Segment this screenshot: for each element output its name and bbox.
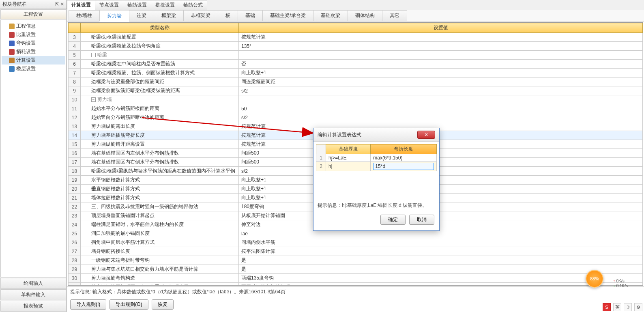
- row-name[interactable]: 剪力墙钢筋同间距隔一布一布置时，间距表示: [81, 283, 239, 286]
- row-name[interactable]: 暗梁/边框梁拉筋配置: [81, 33, 239, 42]
- action-btn-2[interactable]: 恢复: [152, 299, 174, 310]
- action-btn-0[interactable]: 导入规则(I): [70, 299, 106, 310]
- row-value[interactable]: 按规范计算: [239, 140, 643, 149]
- row-value[interactable]: 从板底开始计算锚固: [239, 211, 643, 220]
- dialog-title-bar[interactable]: 编辑计算设置表达式 ✕: [313, 128, 439, 142]
- dialog-close-button[interactable]: ✕: [417, 131, 435, 139]
- row-name[interactable]: 暗梁/边框梁/梁纵筋与墙水平钢筋的距离在数值范围内不计算水平钢: [81, 167, 239, 176]
- row-value[interactable]: s/2: [239, 113, 643, 122]
- row-name[interactable]: 顶层墙身垂直筋锚固计算起点: [81, 211, 239, 220]
- tray-item-3[interactable]: ⚙: [634, 303, 642, 311]
- tab-sub-10[interactable]: 其它: [382, 10, 407, 21]
- row-value[interactable]: s/2: [239, 86, 643, 95]
- row-value[interactable]: s/2: [239, 167, 643, 176]
- grid-row-30[interactable]: 30剪力墙拉筋弯钩构造两端135度弯钩: [69, 274, 643, 283]
- row-name[interactable]: 边框梁与连梁重叠部位的箍筋间距: [81, 77, 239, 86]
- mini-thickness-cell[interactable]: hj: [326, 162, 371, 171]
- row-name[interactable]: 拐角墙中间层水平筋计算方式: [81, 238, 239, 247]
- sidebar-bottom-2[interactable]: 报表预览: [0, 301, 66, 312]
- tree-item-0[interactable]: 工程信息: [2, 22, 65, 30]
- row-value[interactable]: 向上取整+1: [239, 176, 643, 185]
- dialog-cancel-button[interactable]: 取消: [409, 215, 434, 225]
- grid-row-29[interactable]: 29剪力墙与集水坑坑口相交处剪力墙水平筋是否计算是: [69, 265, 643, 274]
- row-name[interactable]: 剪力墙与集水坑坑口相交处剪力墙水平筋是否计算: [81, 265, 239, 274]
- row-name[interactable]: 墙体拉筋根数计算方式: [81, 194, 239, 202]
- tab-top-3[interactable]: 搭接设置: [151, 0, 179, 10]
- row-value[interactable]: 向上取整+1: [239, 194, 643, 202]
- row-value[interactable]: 间距500: [239, 158, 643, 167]
- row-value[interactable]: 同连梁箍筋间距: [239, 77, 643, 86]
- row-name[interactable]: 起始水平分布钢筋距楼面的距离: [81, 104, 239, 113]
- row-value[interactable]: 按规范计算: [239, 33, 643, 42]
- expand-icon[interactable]: −: [91, 97, 96, 102]
- tab-sub-5[interactable]: 板: [218, 10, 238, 21]
- row-name[interactable]: 暗梁/边框梁箍筋及拉筋弯钩角度: [81, 42, 239, 51]
- tree-item-1[interactable]: 比重设置: [2, 30, 65, 39]
- row-value[interactable]: [239, 95, 643, 104]
- row-name[interactable]: −剪力墙: [81, 95, 239, 104]
- tab-sub-9[interactable]: 砌体结构: [348, 10, 382, 21]
- row-name[interactable]: 墙在基础锚固区内右侧水平分布钢筋排数: [81, 158, 239, 167]
- mini-row-1[interactable]: 1hj>=LaEmax(6*d,150): [316, 154, 437, 162]
- tab-top-1[interactable]: 节点设置: [95, 0, 123, 10]
- row-name[interactable]: −暗梁: [81, 51, 239, 60]
- speed-badge[interactable]: 88%: [586, 270, 603, 288]
- grid-row-9[interactable]: 9边框梁侧面纵筋距暗梁/边框梁纵筋的距离s/2: [69, 86, 643, 95]
- expand-icon[interactable]: −: [91, 53, 96, 57]
- row-name[interactable]: 洞口加强筋的最小锚固长度: [81, 229, 239, 238]
- grid-row-26[interactable]: 26拐角墙中间层水平筋计算方式同墙内侧水平筋: [69, 238, 643, 247]
- grid-header-value[interactable]: 设置值: [239, 23, 643, 33]
- row-value[interactable]: 不同种钢筋之间的间距: [239, 283, 643, 286]
- tab-top-4[interactable]: 箍筋公式: [179, 0, 207, 10]
- row-name[interactable]: 端柱满足直锚时，水平筋伸入端柱内的长度: [81, 220, 239, 229]
- grid-row-12[interactable]: 12起始竖向分布钢筋距暗柱边的距离s/2: [69, 113, 643, 122]
- row-name[interactable]: 暗梁/边框梁在中间暗柱内是否布置箍筋: [81, 60, 239, 69]
- grid-row-6[interactable]: 6暗梁/边框梁在中间暗柱内是否布置箍筋否: [69, 60, 643, 69]
- grid-row-28[interactable]: 28一级钢筋末端弯折时带弯钩是: [69, 256, 643, 265]
- row-name[interactable]: 墙在基础锚固区内左侧水平分布钢筋排数: [81, 149, 239, 158]
- grid-header-name[interactable]: 类型名称: [81, 23, 239, 33]
- grid-row-10[interactable]: 10−剪力墙: [69, 95, 643, 104]
- row-name[interactable]: 起始竖向分布钢筋距暗柱边的距离: [81, 113, 239, 122]
- tray-item-0[interactable]: S: [603, 303, 611, 311]
- tab-top-2[interactable]: 箍筋设置: [123, 0, 151, 10]
- grid-row-27[interactable]: 27墙身钢筋搭接长度按平法图集计算: [69, 247, 643, 256]
- tab-sub-8[interactable]: 基础次梁: [313, 10, 348, 21]
- sidebar-bottom-0[interactable]: 绘图输入: [0, 278, 66, 289]
- sidebar-bottom-1[interactable]: 单构件输入: [0, 289, 66, 300]
- grid-row-31[interactable]: 31剪力墙钢筋同间距隔一布一布置时，间距表示不同种钢筋之间的间距: [69, 283, 643, 286]
- tab-top-0[interactable]: 计算设置: [67, 0, 95, 10]
- grid-row-4[interactable]: 4暗梁/边框梁箍筋及拉筋弯钩角度135°: [69, 42, 643, 51]
- row-name[interactable]: 剪力墙纵筋露出长度: [81, 122, 239, 131]
- tab-sub-3[interactable]: 框架梁: [154, 10, 184, 21]
- tree-item-4[interactable]: 计算设置: [2, 56, 65, 65]
- row-value[interactable]: 180度弯钩: [239, 202, 643, 211]
- row-name[interactable]: 一级钢筋末端弯折时带弯钩: [81, 256, 239, 265]
- mini-thickness-cell[interactable]: hj>=LaE: [326, 154, 371, 162]
- tree-item-2[interactable]: 弯钩设置: [2, 39, 65, 47]
- mini-grid-header-thickness[interactable]: 基础厚度: [326, 144, 371, 154]
- tray-item-1[interactable]: 英: [613, 303, 621, 311]
- row-name[interactable]: 剪力墙拉筋弯钩构造: [81, 274, 239, 283]
- row-name[interactable]: 剪力墙基础插筋弯折长度: [81, 131, 239, 140]
- row-value[interactable]: 向上取整+1: [239, 185, 643, 194]
- mini-row-2[interactable]: 2hj15*d: [316, 162, 437, 171]
- grid-row-11[interactable]: 11起始水平分布钢筋距楼面的距离50: [69, 104, 643, 113]
- row-value[interactable]: [239, 51, 643, 60]
- grid-row-3[interactable]: 3暗梁/边框梁拉筋配置按规范计算: [69, 33, 643, 42]
- mini-grid-header-bend[interactable]: 弯折长度: [371, 144, 437, 154]
- row-value[interactable]: 伸至对边: [239, 220, 643, 229]
- row-value[interactable]: 两端135度弯钩: [239, 274, 643, 283]
- tab-sub-4[interactable]: 非框架梁: [183, 10, 218, 21]
- grid-row-7[interactable]: 7暗梁/边框梁箍筋、拉筋、侧面纵筋根数计算方式向上取整+1: [69, 69, 643, 77]
- grid-row-8[interactable]: 8边框梁与连梁重叠部位的箍筋间距同连梁箍筋间距: [69, 77, 643, 86]
- mini-bend-cell[interactable]: 15*d: [371, 162, 437, 171]
- row-value[interactable]: 按平法图集计算: [239, 247, 643, 256]
- sidebar-close-icon[interactable]: ✕: [60, 2, 64, 7]
- tree-item-3[interactable]: 损耗设置: [2, 47, 65, 56]
- row-value[interactable]: 向上取整+1: [239, 69, 643, 77]
- row-name[interactable]: 水平钢筋根数计算方式: [81, 176, 239, 185]
- row-value[interactable]: lae: [239, 229, 643, 238]
- row-value[interactable]: 按规范计算: [239, 122, 643, 131]
- tab-sub-7[interactable]: 基础主梁/承台梁: [262, 10, 313, 21]
